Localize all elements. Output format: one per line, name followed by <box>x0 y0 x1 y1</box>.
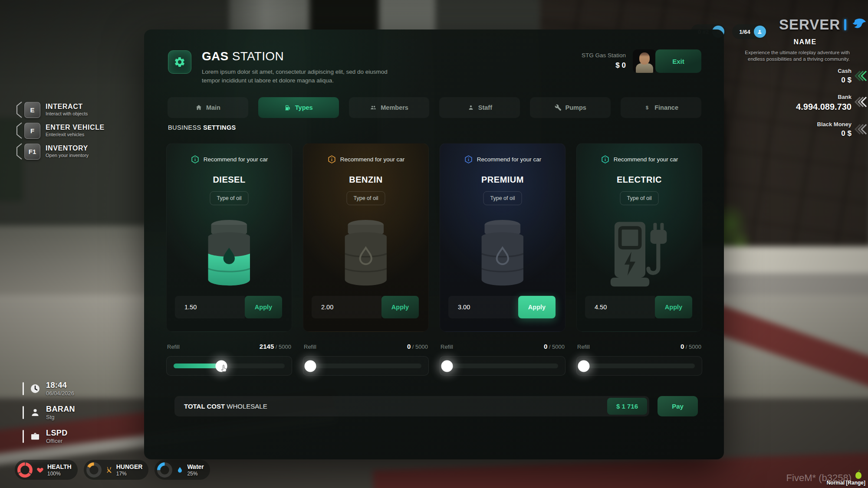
recommend-label: Recommend for your car <box>340 156 405 163</box>
page-title: GAS STATION <box>202 49 284 63</box>
fuel-column-electric: Recommend for your car ELECTRIC Type of … <box>576 143 702 376</box>
slider-knob[interactable] <box>305 360 316 372</box>
droplet-icon <box>176 466 184 474</box>
fuel-pump-icon <box>284 104 291 111</box>
briefcase-icon <box>30 431 40 442</box>
price-row: 4.50 Apply <box>585 296 692 318</box>
refill-label: Refill <box>577 344 590 350</box>
dollar-icon: $ <box>644 104 651 111</box>
bracket-icon <box>16 102 23 118</box>
health-label: HEALTH <box>47 464 72 470</box>
total-light: WHOLESALE <box>225 403 267 410</box>
fuel-card: Recommend for your car PREMIUM Type of o… <box>440 143 566 332</box>
tab-pumps[interactable]: Pumps <box>530 97 611 118</box>
price-input[interactable]: 4.50 <box>585 296 655 318</box>
total-cost-row: TOTAL COST WHOLESALE $ 1 716 Pay <box>174 396 698 416</box>
recommend-label: Recommend for your car <box>204 156 268 163</box>
fuel-name: PREMIUM <box>440 175 565 185</box>
slider-knob[interactable] <box>216 360 227 372</box>
money-hud: Cash 0 $ Bank 4.994.089.730 Black Money … <box>746 68 868 147</box>
type-of-oil-chip[interactable]: Type of oil <box>620 191 659 205</box>
refill-slider[interactable] <box>440 356 566 376</box>
player-info-hud: 18:44 06/04/2026 BARAN Stg LSPD Officer <box>23 380 75 452</box>
tab-label: Pumps <box>566 104 586 111</box>
person-icon <box>467 104 474 111</box>
black-money-row: Black Money 0 $ <box>746 121 868 138</box>
clock-icon <box>30 383 40 394</box>
exit-button[interactable]: Exit <box>655 49 701 73</box>
refill-row: Refill 0 / 5000 <box>440 343 566 350</box>
tab-main[interactable]: Main <box>168 97 248 118</box>
station-balance: $ 0 <box>582 61 626 70</box>
recommend-label: Recommend for your car <box>477 156 542 163</box>
pay-button[interactable]: Pay <box>658 396 698 416</box>
cash-row: Cash 0 $ <box>746 68 868 85</box>
tab-label: Types <box>295 104 313 111</box>
fuel-column-diesel: Recommend for your car DIESEL Type of oi… <box>166 143 292 376</box>
water-stat: Water 25% <box>155 460 210 480</box>
refill-row: Refill 2145 / 5000 <box>166 343 292 350</box>
bracket-icon <box>16 122 23 139</box>
gear-icon <box>174 56 186 68</box>
price-row: 2.00 Apply <box>312 296 419 318</box>
bank-value: 4.994.089.730 <box>746 102 852 112</box>
total-cost-label: TOTAL COST WHOLESALE <box>184 403 607 410</box>
players-badge: 1/64 <box>732 24 767 39</box>
type-of-oil-chip[interactable]: Type of oil <box>210 191 249 205</box>
type-of-oil-chip[interactable]: Type of oil <box>483 191 522 205</box>
fuel-name: BENZIN <box>303 175 428 185</box>
tab-label: Finance <box>654 104 678 111</box>
chevrons-icon <box>854 124 867 135</box>
refill-max: / 5000 <box>684 344 701 350</box>
slider-knob[interactable] <box>578 360 590 372</box>
slider-knob[interactable] <box>441 360 453 372</box>
price-input[interactable]: 2.00 <box>312 296 381 318</box>
hint-title: INVENTORY <box>46 145 89 152</box>
player-rank: Stg <box>46 414 75 420</box>
apply-button[interactable]: Apply <box>245 296 282 318</box>
refill-value: 0 / 5000 <box>544 343 565 350</box>
price-row: 1.50 Apply <box>175 296 282 318</box>
refill-label: Refill <box>304 344 316 350</box>
page-subtitle: Lorem ipsum dolor sit amet, consectetur … <box>202 68 398 85</box>
divider <box>23 430 24 443</box>
tab-label: Main <box>206 104 220 111</box>
player-name-row: BARAN Stg <box>23 404 75 421</box>
station-info: STG Gas Station $ 0 <box>582 52 626 70</box>
tab-types[interactable]: Types <box>258 97 339 118</box>
players-count-label: 1/64 <box>739 29 750 35</box>
refill-current: 0 <box>407 343 411 350</box>
fuel-name: ELECTRIC <box>577 175 702 185</box>
refill-value: 2145 / 5000 <box>260 343 291 350</box>
home-icon <box>195 104 202 111</box>
ev-charger-icon <box>577 213 702 295</box>
station-name: STG Gas Station <box>582 52 626 59</box>
fuel-card: Recommend for your car DIESEL Type of oi… <box>166 143 292 332</box>
apply-button[interactable]: Apply <box>381 296 419 318</box>
interaction-hints: E INTERACT Interact with objects F ENTER… <box>16 102 105 164</box>
tab-finance[interactable]: $ Finance <box>621 97 701 118</box>
type-of-oil-chip[interactable]: Type of oil <box>347 191 385 205</box>
apply-button[interactable]: Apply <box>655 296 692 318</box>
apply-button[interactable]: Apply <box>518 296 556 318</box>
time-value: 18:44 <box>46 381 74 389</box>
refill-max: / 5000 <box>547 344 565 350</box>
wrench-icon <box>555 104 562 111</box>
price-input[interactable]: 1.50 <box>175 296 245 318</box>
tab-staff[interactable]: Staff <box>439 97 520 118</box>
job-grade: Officer <box>46 438 68 444</box>
water-percent: 25% <box>187 471 204 476</box>
gas-station-panel: GAS STATION Lorem ipsum dolor sit amet, … <box>144 29 724 459</box>
total-cost-bar: TOTAL COST WHOLESALE $ 1 716 <box>174 396 649 416</box>
price-input[interactable]: 3.00 <box>448 296 518 318</box>
server-branding: SERVER <box>779 16 867 33</box>
refill-slider[interactable] <box>303 356 429 376</box>
refill-slider[interactable] <box>166 356 292 376</box>
section-title: BUSINESS SETTINGS <box>168 124 236 131</box>
tab-members[interactable]: Members <box>349 97 430 118</box>
refill-slider[interactable] <box>576 356 702 376</box>
barrel-icon <box>167 213 292 295</box>
refill-value: 0 / 5000 <box>407 343 428 350</box>
key-f: F <box>24 123 40 139</box>
barrel-icon <box>440 213 565 295</box>
